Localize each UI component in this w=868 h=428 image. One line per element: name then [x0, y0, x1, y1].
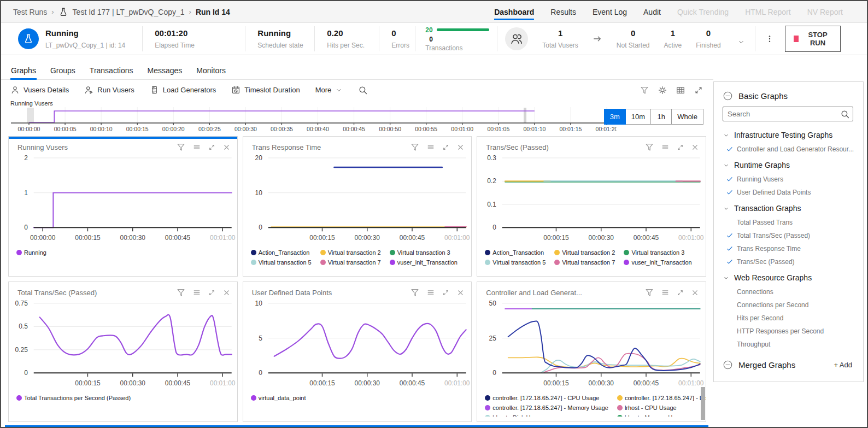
sidebar-section-web-resource-graphs[interactable]: Web Resource Graphs — [722, 268, 854, 285]
top-tab-event-log[interactable]: Event Log — [593, 1, 627, 23]
panel-chart[interactable]: 00.250.50.7500:00:1500:00:3000:00:4500:0… — [9, 298, 237, 389]
panel-filter-icon[interactable] — [410, 142, 420, 152]
tab-graphs[interactable]: Graphs — [10, 63, 37, 79]
panel-menu-icon[interactable] — [192, 143, 201, 151]
add-merged-graph-button[interactable]: + Add — [834, 361, 854, 369]
sidebar-item-connections[interactable]: Connections — [722, 285, 854, 298]
panel-expand-icon[interactable] — [442, 289, 450, 297]
search-icon[interactable] — [840, 109, 850, 119]
legend-item-lrhost-disk-usage[interactable]: lrhost - Disk Usage — [485, 414, 608, 417]
panel-expand-icon[interactable] — [208, 143, 216, 151]
sidebar-item-total-passed-trans[interactable]: Total Passed Trans — [722, 216, 854, 229]
legend-item-running[interactable]: Running — [16, 249, 46, 256]
panel-chart[interactable]: 01200:00:0000:00:1500:00:3000:00:4500:01… — [9, 153, 237, 244]
sidebar-section-infrastructure-testing-graphs[interactable]: Infrastructure Testing Graphs — [722, 126, 854, 143]
sidebar-item-trans-response-time[interactable]: Trans Response Time — [722, 242, 854, 255]
sidebar-section-runtime-graphs[interactable]: Runtime Graphs — [722, 156, 854, 173]
panel-chart[interactable]: 0102000:00:1500:00:3000:00:4500:01:00 — [243, 153, 472, 244]
panel-close-icon[interactable] — [691, 143, 699, 151]
top-tab-audit[interactable]: Audit — [643, 1, 661, 23]
legend-scrollbar-thumb[interactable] — [701, 387, 705, 420]
panel-filter-icon[interactable] — [176, 142, 186, 152]
graph-panel-trans-response-time[interactable]: Trans Response Time0102000:00:1500:00:30… — [243, 136, 472, 277]
graph-panel-user-defined-data-points[interactable]: User Defined Data Points051000:00:1500:0… — [243, 282, 472, 422]
panel-close-icon[interactable] — [222, 143, 231, 151]
range-3m[interactable]: 3m — [604, 109, 626, 125]
breadcrumb-test-runs[interactable]: Test Runs — [13, 8, 47, 16]
graph-panel-running-vusers[interactable]: Running Vusers01200:00:0000:00:1500:00:3… — [8, 136, 238, 277]
table-icon[interactable] — [676, 85, 685, 95]
legend-item-controller-172-18-65-247-cpu-usage[interactable]: controller. [172.18.65.247] - CPU Usage — [485, 395, 608, 401]
sidebar-item-user-defined-data-points[interactable]: User Defined Data Points — [722, 186, 854, 199]
legend-item-virtual-data-point[interactable]: virtual_data_point — [251, 395, 306, 401]
sidebar-item-trans-sec-passed[interactable]: Trans/Sec (Passed) — [722, 255, 854, 268]
sidebar-item-total-trans-sec-passed[interactable]: Total Trans/Sec (Passed) — [722, 229, 854, 242]
panel-menu-icon[interactable] — [661, 288, 670, 297]
legend-item-vuser-init-transaction[interactable]: vuser_init_Transaction — [624, 259, 691, 266]
top-tab-dashboard[interactable]: Dashboard — [494, 1, 534, 23]
panel-close-icon[interactable] — [456, 143, 465, 151]
panel-menu-icon[interactable] — [661, 143, 670, 151]
basic-graphs-header[interactable]: Basic Graphs — [722, 90, 854, 107]
panel-filter-icon[interactable] — [644, 142, 654, 152]
panel-close-icon[interactable] — [456, 289, 465, 297]
tab-transactions[interactable]: Transactions — [89, 63, 134, 79]
sidebar-item-hits-per-second[interactable]: Hits per Second — [722, 312, 854, 325]
legend-item-action-transaction[interactable]: Action_Transaction — [485, 249, 546, 256]
toolbar-timeslot-duration[interactable]: Timeslot Duration — [231, 85, 300, 95]
panel-menu-icon[interactable] — [426, 143, 435, 151]
panel-chart[interactable]: 00.10.20.300:00:1500:00:3000:00:4500:01:… — [477, 153, 706, 244]
sidebar-item-running-vusers[interactable]: Running Vusers — [722, 173, 854, 186]
toolbar-run-vusers[interactable]: Run Vusers — [84, 85, 134, 95]
legend-item-action-transaction[interactable]: Action_Transaction — [251, 249, 312, 256]
tab-messages[interactable]: Messages — [146, 63, 183, 79]
legend-item-lrhost-memory-usage[interactable]: lrhost - Memory Usage — [617, 414, 706, 417]
merged-graphs-header[interactable]: Merged Graphs + Add — [722, 359, 854, 376]
collapse-icon[interactable] — [723, 91, 733, 101]
sidebar-item-throughput[interactable]: Throughput — [722, 338, 854, 351]
toolbar-more[interactable]: More — [315, 86, 343, 94]
legend-item-virtual-transaction-3[interactable]: Virtual transaction 3 — [624, 249, 691, 256]
breadcrumb-test[interactable]: Test Id 177 | LT_pwDvQ_Copy_1 — [73, 8, 185, 16]
graph-panel-trans-sec-passed[interactable]: Trans/Sec (Passed)00.10.20.300:00:1500:0… — [477, 136, 706, 277]
top-tab-results[interactable]: Results — [550, 1, 576, 23]
range-10m[interactable]: 10m — [626, 109, 651, 125]
panel-chart[interactable]: 0255000:00:1500:00:3000:00:4500:01:00 — [477, 298, 706, 389]
range-1h[interactable]: 1h — [651, 109, 672, 125]
panel-expand-icon[interactable] — [442, 143, 450, 151]
panel-close-icon[interactable] — [691, 289, 699, 297]
panel-expand-icon[interactable] — [676, 289, 684, 297]
legend-item-controller-172-18-65-247-disk-usage[interactable]: controller. [172.18.65.247] - Disk Usage — [617, 395, 706, 401]
legend-item-virtual-transaction-2[interactable]: Virtual transaction 2 — [554, 249, 615, 256]
panel-filter-icon[interactable] — [410, 288, 420, 297]
graph-search-input[interactable] — [723, 107, 853, 121]
toolbar-search-button[interactable] — [358, 85, 368, 95]
sidebar-item-controller-and-load-generator-resour[interactable]: Controller and Load Generator Resour... — [722, 143, 854, 156]
panel-chart[interactable]: 051000:00:1500:00:3000:00:4500:01:00 — [243, 298, 472, 389]
graph-panel-controller-and-load-generat[interactable]: Controller and Load Generat...0255000:00… — [477, 282, 706, 422]
graph-panel-total-trans-sec-passed[interactable]: Total Trans/Sec (Passed)00.250.50.7500:0… — [8, 282, 238, 422]
legend-item-virtual-transaction-3[interactable]: Virtual transaction 3 — [390, 249, 458, 256]
legend-item-controller-172-18-65-247-memory-usage[interactable]: controller. [172.18.65.247] - Memory Usa… — [485, 404, 608, 411]
sidebar-item-connections-per-second[interactable]: Connections per Second — [722, 298, 854, 312]
stop-run-button[interactable]: STOP RUN — [785, 26, 841, 52]
legend-item-total-transactions-per-second-passed[interactable]: Total Transactions per Second (Passed) — [16, 395, 131, 401]
legend-item-virtual-transaction-5[interactable]: Virtual transaction 5 — [251, 259, 312, 266]
range-whole[interactable]: Whole — [672, 109, 703, 125]
legend-item-vuser-init-transaction[interactable]: vuser_init_Transaction — [390, 259, 458, 266]
panel-menu-icon[interactable] — [192, 288, 201, 297]
panel-filter-icon[interactable] — [176, 288, 186, 297]
legend-item-virtual-transaction-5[interactable]: Virtual transaction 5 — [485, 259, 546, 266]
expand-icon[interactable] — [694, 85, 703, 95]
legend-item-virtual-transaction-7[interactable]: Virtual transaction 7 — [320, 259, 381, 266]
panel-expand-icon[interactable] — [676, 143, 684, 151]
sidebar-section-transaction-graphs[interactable]: Transaction Graphs — [722, 199, 854, 216]
panel-menu-icon[interactable] — [426, 288, 435, 297]
tab-groups[interactable]: Groups — [50, 63, 76, 79]
panel-close-icon[interactable] — [222, 289, 231, 297]
legend-item-lrhost-cpu-usage[interactable]: lrhost - CPU Usage — [617, 404, 706, 411]
sidebar-item-http-responses-per-second[interactable]: HTTP Responses per Second — [722, 325, 854, 338]
vusers-expand-chevron-icon[interactable] — [737, 38, 745, 46]
settings-icon[interactable] — [658, 85, 667, 95]
overview-timeline-chart[interactable]: 00:00:0000:00:0500:00:1000:00:1500:00:20… — [10, 106, 617, 133]
